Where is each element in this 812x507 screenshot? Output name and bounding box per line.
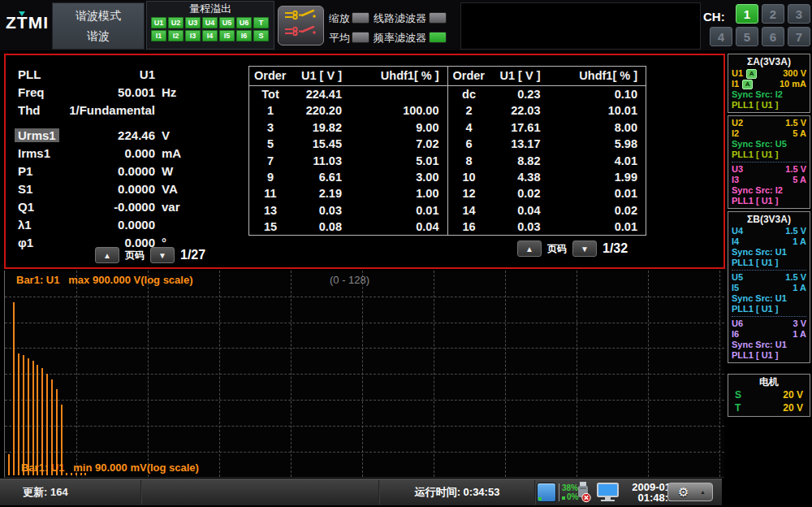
- table-row: 711.035.01: [249, 153, 447, 169]
- harmonic-bar-8: [46, 374, 48, 475]
- channel-range-value: 1 A: [793, 236, 806, 247]
- measurement-row-3-label: P1: [18, 164, 32, 178]
- table-header-cell: Order: [448, 67, 490, 85]
- measurement-row-6-label: λ1: [18, 218, 32, 232]
- table-cell: 3: [249, 119, 292, 136]
- table-row: dc0.230.10: [448, 86, 646, 102]
- table-cell: 1: [249, 102, 292, 119]
- toggle-label-line-filter: 线路滤波器: [374, 11, 426, 26]
- channel-range-value: 1 A: [793, 329, 806, 340]
- table-header-row: OrderU1 [ V ]Uhdf1[ % ]: [249, 67, 447, 86]
- info-row-freq-unit: Hz: [162, 85, 176, 99]
- channel-button-7[interactable]: 7: [788, 27, 810, 46]
- table-cell: 8.82: [490, 153, 541, 169]
- channel-button-3[interactable]: 3: [788, 4, 810, 24]
- toggle-label-zoom: 缩放: [329, 11, 350, 26]
- wiring-settings-button[interactable]: [278, 6, 324, 46]
- range-overflow-panel: 量程溢出 U1U2U3U4U5U6T I1I2I3I4I5I6S: [146, 1, 274, 50]
- message-display-area: [460, 2, 701, 50]
- harmonic-bar-5: [32, 361, 34, 475]
- table-header-cell: Uhdf1[ % ]: [342, 67, 447, 85]
- channel-range-value: 20 V: [783, 388, 803, 401]
- channel-button-5[interactable]: 5: [736, 27, 758, 46]
- toggle-indicator-line-filter: [429, 12, 447, 24]
- table-cell: 1.99: [541, 169, 646, 185]
- harmonic-bar-4: [28, 358, 29, 475]
- channel-row: I41 A: [732, 236, 806, 247]
- info-row-thd-value: 1/Fundamental: [53, 103, 155, 117]
- storage-icon: [537, 483, 556, 502]
- channel-name: U5: [732, 272, 743, 283]
- toggle-label-freq-filter: 频率滤波器: [374, 31, 426, 46]
- table-row: 120.020.01: [448, 185, 646, 202]
- channel-button-1[interactable]: 1: [736, 4, 758, 24]
- table-cell: 6: [448, 136, 490, 152]
- channel-row: T20 V: [732, 401, 806, 414]
- brand-logo: ZTMI: [6, 13, 49, 32]
- table-row: 222.0310.01: [448, 102, 646, 119]
- table-cell: 5.98: [541, 136, 646, 152]
- toggle-indicator-zoom: [352, 12, 369, 24]
- table-cell: 0.08: [292, 219, 342, 235]
- sync-source: Sync Src: U1: [732, 293, 806, 304]
- page-down-button[interactable]: ▼: [150, 247, 175, 263]
- table-cell: 224.41: [292, 86, 342, 102]
- channel-button-2[interactable]: 2: [762, 4, 784, 24]
- table-row: Tot224.41: [249, 86, 447, 102]
- channel-name: U6: [732, 318, 743, 329]
- sync-source: Sync Src: I2: [732, 89, 806, 100]
- menu-up-triangle-icon: ▲: [700, 489, 706, 495]
- channel-section: U31.5 VI35 ASync Src: I2PLL1 [ U1 ]: [732, 162, 806, 206]
- top-bar: ZTMI 谐波模式 谐波 量程溢出 U1U2U3U4U5U6T I1I2I3I4…: [0, 0, 812, 50]
- table-row: 112.191.00: [249, 185, 447, 202]
- group-title: ΣB(3V3A): [732, 214, 806, 226]
- chart-min-label: Bar1: U1 min 90.000 mV(log scale): [21, 462, 199, 474]
- info-row-pll-value: U1: [53, 67, 155, 81]
- channel-range-value: 1.5 V: [785, 118, 806, 128]
- info-row-pll-label: PLL: [18, 67, 41, 81]
- table-cell: 9.00: [342, 119, 447, 136]
- harmonic-bar-2: [18, 353, 19, 475]
- wiring-group-box-2: U21.5 VI25 ASync Src: U5PLL1 [ U1 ]U31.5…: [728, 115, 810, 209]
- table-cell: 0.02: [490, 185, 541, 202]
- channel-button-4[interactable]: 4: [710, 27, 732, 46]
- overflow-indicator-I4: I4: [202, 30, 218, 41]
- table-cell: 0.23: [490, 86, 541, 102]
- logo-accent-icon: [19, 11, 25, 16]
- harmonic-bar-1: [13, 302, 15, 475]
- measurement-row-6-value: 0.0000: [53, 218, 155, 232]
- status-bar: 更新: 164 运行时间: 0:34:53 38% 0%: [0, 479, 722, 505]
- table-cell: 0.03: [292, 202, 342, 219]
- channel-name: I1: [732, 79, 739, 89]
- grid-line-horizontal: [5, 348, 724, 349]
- table-cell: 14: [448, 202, 490, 219]
- channel-name: I3: [732, 175, 739, 185]
- channel-range-value: 10 mA: [780, 79, 806, 89]
- harmonic-bar-chart: Bar1: U1 max 900.000 V(log scale) (0 - 1…: [4, 271, 724, 478]
- page-label: 页码: [125, 249, 145, 262]
- channel-button-6[interactable]: 6: [762, 27, 784, 46]
- mode-display: 谐波模式 谐波: [52, 2, 145, 50]
- channel-row: I61 A: [732, 329, 806, 340]
- overflow-indicator-U1: U1: [151, 17, 166, 28]
- gear-icon: ⚙: [678, 485, 689, 500]
- table-page-number: 1/32: [603, 241, 628, 256]
- chart-max-label: Bar1: U1 max 900.000 V(log scale): [16, 274, 193, 286]
- settings-menu-button[interactable]: ⚙ ▲: [667, 483, 713, 501]
- table-cell: 5.01: [342, 153, 447, 169]
- toggle-label-average: 平均: [329, 31, 350, 46]
- table-page-down-button[interactable]: ▼: [572, 240, 597, 257]
- channel-range-value: 5 A: [793, 175, 806, 185]
- measurement-row-2-value: 0.000: [53, 146, 155, 160]
- table-row: 417.618.00: [448, 119, 646, 136]
- table-cell: Tot: [249, 86, 292, 102]
- wiring-group-box-3: ΣB(3V3A)U41.5 VI41 ASync Src: U1PLL1 [ U…: [728, 211, 810, 363]
- table-row: 319.829.00: [249, 119, 447, 136]
- table-header-row: OrderU1 [ V ]Uhdf1[ % ]: [448, 67, 646, 86]
- pll-source: PLL1 [ U1 ]: [732, 304, 806, 314]
- page-up-button[interactable]: ▲: [95, 247, 119, 263]
- harmonic-bar-7: [41, 368, 43, 475]
- table-cell: 0.01: [541, 219, 646, 235]
- wiring-badge: A: [746, 69, 757, 79]
- table-page-up-button[interactable]: ▲: [517, 240, 542, 257]
